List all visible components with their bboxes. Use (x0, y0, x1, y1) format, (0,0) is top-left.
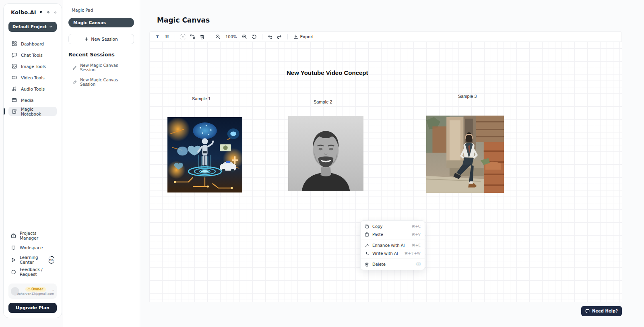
context-menu-item-enhance-with-ai[interactable]: Enhance with AI ⌘+E (361, 241, 425, 249)
trash-icon (200, 34, 205, 39)
pencil-icon (72, 80, 77, 85)
sidebar-item-audio-tools[interactable]: Audio Tools (8, 84, 57, 93)
sidebar-item-label: Projects Manager (20, 231, 54, 240)
recent-sessions-heading: Recent Sessions (68, 52, 134, 58)
sidebar-item-magic-notebook[interactable]: Magic Notebook (8, 107, 57, 116)
sidebar-item-image-tools[interactable]: Image Tools (8, 62, 57, 71)
brain-logo-icon (39, 9, 42, 15)
redo-icon (277, 34, 282, 39)
sidebar-item-projects-manager[interactable]: Projects Manager (8, 230, 57, 242)
context-menu-item-delete[interactable]: Delete ⌫ (361, 260, 425, 268)
zoom-out-button[interactable] (240, 33, 249, 41)
nav-item-magic-canvas-active[interactable]: Magic Canvas (68, 18, 134, 27)
canvas-heading-text[interactable]: New Youtube Video Concept (287, 69, 368, 76)
reset-view-button[interactable] (250, 33, 259, 41)
sidebar-item-label: Chat Tools (21, 53, 43, 58)
zoom-level-value[interactable]: 100% (223, 35, 239, 39)
context-menu-item-write-with-ai[interactable]: Write with AI ⌘+⇧+W (361, 249, 425, 257)
context-menu-label: Delete (372, 262, 412, 267)
context-menu-item-paste[interactable]: Paste ⌘+V (361, 230, 425, 238)
toolbar-divider (210, 34, 210, 39)
connector-icon (190, 34, 195, 39)
help-chat-icon (585, 309, 590, 313)
sidebar-item-label: Workspace (20, 245, 43, 250)
session-item-label: New Magic Canvas Session (80, 63, 134, 72)
sparkles-icon (365, 251, 369, 256)
session-list-item[interactable]: New Magic Canvas Session (68, 78, 134, 87)
learning-progress-ring: 66% (48, 256, 54, 264)
zoom-in-icon (215, 34, 221, 39)
context-menu-item-copy[interactable]: Copy ⌘+C (361, 222, 425, 230)
undo-button[interactable] (266, 33, 275, 41)
chevron-updown-icon: ⌃ (52, 290, 54, 293)
context-menu-shortcut: ⌘+E (412, 243, 421, 247)
export-button[interactable]: Export (291, 34, 316, 39)
building-icon (11, 245, 16, 250)
brand-logo-text: Kolbo.AI (11, 9, 36, 15)
sidebar-item-label: Dashboard (21, 41, 44, 46)
sample-1-image[interactable] (167, 117, 242, 192)
briefcase-icon (11, 233, 16, 238)
sample-2-image[interactable] (288, 116, 363, 191)
sample-3-image[interactable] (426, 116, 504, 193)
media-folder-icon (12, 97, 17, 103)
connector-tool-button[interactable] (188, 33, 197, 41)
upgrade-plan-button[interactable]: Upgrade Plan (8, 303, 57, 313)
sidebar-item-video-tools[interactable]: Video Tools (8, 73, 57, 82)
export-label: Export (300, 34, 314, 39)
sidebar-item-chat-tools[interactable]: Chat Tools (8, 50, 57, 60)
owner-badge-label: Owner (31, 288, 43, 291)
video-camera-icon (12, 75, 17, 80)
context-menu: Copy ⌘+C Paste ⌘+V Enhance with AI ⌘+E W… (360, 220, 425, 270)
dark-mode-moon-icon[interactable] (54, 10, 57, 15)
nav-item-magic-pad[interactable]: Magic Pad (68, 6, 134, 14)
dashboard-icon (12, 41, 17, 46)
context-menu-label: Write with AI (372, 251, 401, 256)
project-selector[interactable]: Default Project (8, 22, 57, 32)
toolbar-divider (262, 34, 262, 39)
session-panel: Magic Pad Magic Canvas New Session Recen… (63, 0, 140, 327)
user-account-card[interactable]: Owner zoharvan12@gmail.com ⌃ (8, 284, 57, 299)
sidebar-item-label: Image Tools (21, 64, 46, 69)
sidebar-item-label: Learning Center (20, 255, 44, 265)
sidebar-item-feedback-request[interactable]: Feedback / Request (8, 266, 57, 278)
rotate-reset-icon (252, 34, 257, 39)
new-session-button[interactable]: New Session (68, 34, 134, 44)
sample-2-label[interactable]: Sample 2 (314, 99, 332, 104)
context-menu-shortcut: ⌘+C (411, 224, 421, 228)
context-menu-divider (361, 259, 425, 259)
sample-3-label[interactable]: Sample 3 (458, 94, 477, 99)
delete-tool-button[interactable] (198, 33, 206, 41)
redo-button[interactable] (275, 33, 284, 41)
chevron-down-icon (49, 25, 53, 29)
magic-canvas-grid[interactable]: New Youtube Video Concept Sample 1 Sampl… (149, 42, 622, 302)
zoom-in-button[interactable] (213, 33, 222, 41)
context-menu-label: Paste (372, 232, 408, 237)
select-region-button[interactable] (178, 33, 187, 41)
zoom-out-icon (242, 34, 247, 39)
main-content: Magic Canvas T H 100% (140, 0, 644, 327)
sidebar-item-label: Video Tools (21, 75, 45, 80)
new-session-label: New Session (91, 37, 118, 41)
context-menu-shortcut: ⌘+⇧+W (404, 251, 421, 255)
context-menu-label: Copy (372, 224, 408, 229)
heading-tool-button[interactable]: H (163, 33, 171, 41)
text-tool-button[interactable]: T (153, 33, 162, 41)
sidebar-item-media[interactable]: Media (8, 95, 57, 105)
sidebar-item-label: Magic Notebook (21, 107, 54, 116)
music-note-icon (12, 86, 17, 91)
globe-icon[interactable] (47, 10, 50, 15)
sample-1-label[interactable]: Sample 1 (192, 96, 211, 101)
sidebar-item-dashboard[interactable]: Dashboard (8, 39, 57, 48)
session-item-label: New Magic Canvas Session (80, 78, 134, 87)
canvas-toolbar: T H 100% Export (149, 31, 622, 42)
image-icon (12, 64, 17, 69)
sidebar-item-workspace[interactable]: Workspace (8, 242, 57, 254)
need-help-label: Need Help? (592, 309, 618, 313)
play-icon (11, 257, 16, 263)
undo-icon (267, 34, 272, 39)
need-help-button[interactable]: Need Help? (581, 306, 622, 316)
sidebar-item-learning-center[interactable]: Learning Center 66% (8, 254, 57, 266)
session-list-item[interactable]: New Magic Canvas Session (68, 63, 134, 72)
context-menu-shortcut: ⌫ (415, 262, 421, 266)
